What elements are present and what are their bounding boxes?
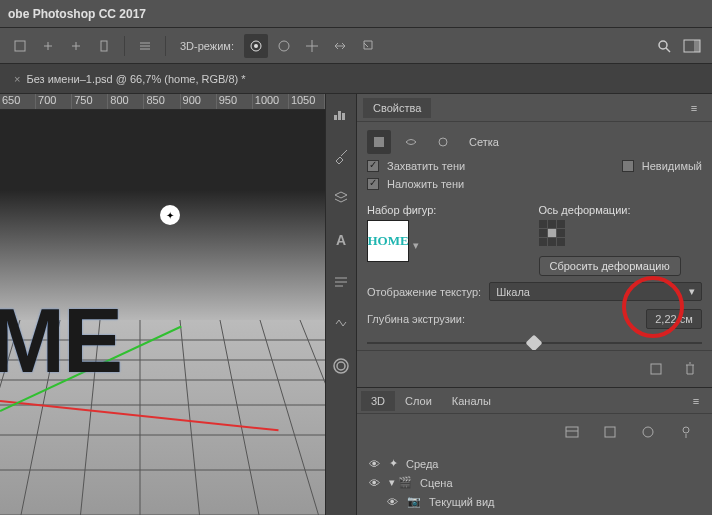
svg-point-40 bbox=[439, 138, 447, 146]
texture-map-label: Отображение текстур: bbox=[367, 286, 481, 298]
layer-row[interactable]: 👁 ✦ Среда bbox=[367, 454, 702, 473]
orbit-icon[interactable] bbox=[244, 34, 268, 58]
tab-3d[interactable]: 3D bbox=[361, 391, 395, 411]
svg-point-46 bbox=[683, 427, 689, 433]
filter-scene-icon[interactable] bbox=[560, 420, 584, 444]
visibility-icon[interactable]: 👁 bbox=[367, 477, 381, 489]
camera-icon: 📷 bbox=[407, 495, 421, 508]
layer-row[interactable]: 👁 📷 Текущий вид bbox=[367, 492, 702, 511]
horizontal-ruler: 65070075080085090095010001050 bbox=[0, 94, 325, 110]
divider bbox=[124, 36, 125, 56]
scene-icon: ▾ 🎬 bbox=[389, 476, 412, 489]
document-tab[interactable]: ×Без имени–1.psd @ 66,7% (home, RGB/8) * bbox=[4, 69, 256, 89]
svg-rect-33 bbox=[342, 113, 345, 120]
tab-layers[interactable]: Слои bbox=[395, 391, 442, 411]
svg-point-12 bbox=[659, 41, 667, 49]
pan-icon[interactable] bbox=[300, 34, 324, 58]
svg-line-13 bbox=[666, 48, 670, 52]
mesh-tab-icon[interactable] bbox=[367, 130, 391, 154]
extrude-depth-label: Глубина экструзии: bbox=[367, 313, 465, 325]
svg-point-11 bbox=[279, 41, 289, 51]
slider-thumb[interactable] bbox=[525, 335, 542, 350]
svg-point-10 bbox=[254, 44, 258, 48]
svg-rect-5 bbox=[101, 41, 107, 51]
svg-point-37 bbox=[334, 359, 348, 373]
collapsed-panel-dock: A bbox=[325, 94, 357, 515]
tool-icon-4[interactable] bbox=[92, 34, 116, 58]
cap-tab-icon[interactable] bbox=[431, 130, 455, 154]
layer-row[interactable]: 👁 ▾ 🎬 Сцена bbox=[367, 473, 702, 492]
search-icon[interactable] bbox=[652, 34, 676, 58]
properties-subtabs: Сетка bbox=[367, 130, 702, 154]
shape-preset-thumb[interactable]: HOME bbox=[367, 220, 409, 262]
title-bar: obe Photoshop CC 2017 bbox=[0, 0, 712, 28]
checkbox-invisible[interactable] bbox=[622, 160, 634, 172]
tool-icon-2[interactable] bbox=[36, 34, 60, 58]
dock-cc-icon[interactable] bbox=[328, 354, 354, 378]
visibility-icon[interactable]: 👁 bbox=[385, 496, 399, 508]
svg-rect-42 bbox=[566, 427, 578, 437]
filter-light-icon[interactable] bbox=[674, 420, 698, 444]
label-invisible: Невидимый bbox=[642, 160, 702, 172]
env-icon: ✦ bbox=[389, 457, 398, 470]
layer-label: Текущий вид bbox=[429, 496, 494, 508]
trash-icon[interactable] bbox=[678, 357, 702, 381]
filter-mesh-icon[interactable] bbox=[598, 420, 622, 444]
rotate-icon[interactable] bbox=[272, 34, 296, 58]
document-tab-bar: ×Без имени–1.psd @ 66,7% (home, RGB/8) * bbox=[0, 64, 712, 94]
scale-icon[interactable] bbox=[356, 34, 380, 58]
slide-icon[interactable] bbox=[328, 34, 352, 58]
document-tab-label: Без имени–1.psd @ 66,7% (home, RGB/8) * bbox=[26, 73, 245, 85]
deform-tab-icon[interactable] bbox=[399, 130, 423, 154]
panel-menu-icon[interactable]: ≡ bbox=[682, 96, 706, 120]
checkbox-catch-shadows[interactable] bbox=[367, 160, 379, 172]
tool-icon-1[interactable] bbox=[8, 34, 32, 58]
svg-rect-32 bbox=[338, 111, 341, 120]
close-icon[interactable]: × bbox=[14, 73, 20, 85]
reset-deform-button[interactable]: Сбросить деформацию bbox=[539, 256, 681, 276]
canvas[interactable]: ME ✦ bbox=[0, 110, 325, 515]
tab-properties[interactable]: Свойства bbox=[363, 98, 431, 118]
visibility-icon[interactable]: 👁 bbox=[367, 458, 381, 470]
app-title: obe Photoshop CC 2017 bbox=[8, 7, 146, 21]
deform-axis-grid[interactable] bbox=[539, 220, 703, 246]
dock-char-icon[interactable]: A bbox=[328, 228, 354, 252]
deform-axis-label: Ось деформации: bbox=[539, 204, 703, 216]
svg-rect-44 bbox=[605, 427, 615, 437]
filter-icons-row bbox=[357, 413, 712, 450]
subtab-grid-label[interactable]: Сетка bbox=[469, 136, 499, 148]
dock-brush-icon[interactable] bbox=[328, 144, 354, 168]
shape-set-label: Набор фигур: bbox=[367, 204, 531, 216]
dock-paragraph-icon[interactable] bbox=[328, 270, 354, 294]
label-catch-shadows: Захватить тени bbox=[387, 160, 465, 172]
svg-rect-41 bbox=[651, 364, 661, 374]
canvas-area[interactable]: 65070075080085090095010001050 ME ✦ bbox=[0, 94, 325, 515]
svg-rect-0 bbox=[15, 41, 25, 51]
svg-rect-31 bbox=[334, 115, 337, 120]
divider bbox=[165, 36, 166, 56]
dock-layers-icon[interactable] bbox=[328, 186, 354, 210]
svg-point-38 bbox=[337, 362, 345, 370]
dock-adjustment-icon[interactable] bbox=[328, 312, 354, 336]
panel-menu-icon[interactable]: ≡ bbox=[684, 389, 708, 413]
layer-label: Среда bbox=[406, 458, 438, 470]
tool-icon-5[interactable] bbox=[133, 34, 157, 58]
panel-tab-bar: Свойства ≡ bbox=[357, 94, 712, 122]
text3d-object[interactable]: ME bbox=[0, 290, 121, 393]
svg-point-45 bbox=[643, 427, 653, 437]
dock-histogram-icon[interactable] bbox=[328, 102, 354, 126]
render-icon[interactable] bbox=[644, 357, 668, 381]
options-bar: 3D-режим: bbox=[0, 28, 712, 64]
svg-line-30 bbox=[300, 320, 325, 515]
tab-channels[interactable]: Каналы bbox=[442, 391, 501, 411]
layer-label: Сцена bbox=[420, 477, 452, 489]
checkbox-cast-shadows[interactable] bbox=[367, 178, 379, 190]
svg-rect-39 bbox=[374, 137, 384, 147]
label-cast-shadows: Наложить тени bbox=[387, 178, 464, 190]
layers-list: 👁 ✦ Среда 👁 ▾ 🎬 Сцена 👁 📷 Текущий вид bbox=[357, 450, 712, 515]
filter-material-icon[interactable] bbox=[636, 420, 660, 444]
tool-icon-3[interactable] bbox=[64, 34, 88, 58]
workspace-icon[interactable] bbox=[680, 34, 704, 58]
layers-panel-tabs: 3D Слои Каналы ≡ bbox=[357, 387, 712, 413]
chevron-down-icon[interactable]: ▾ bbox=[413, 239, 419, 252]
